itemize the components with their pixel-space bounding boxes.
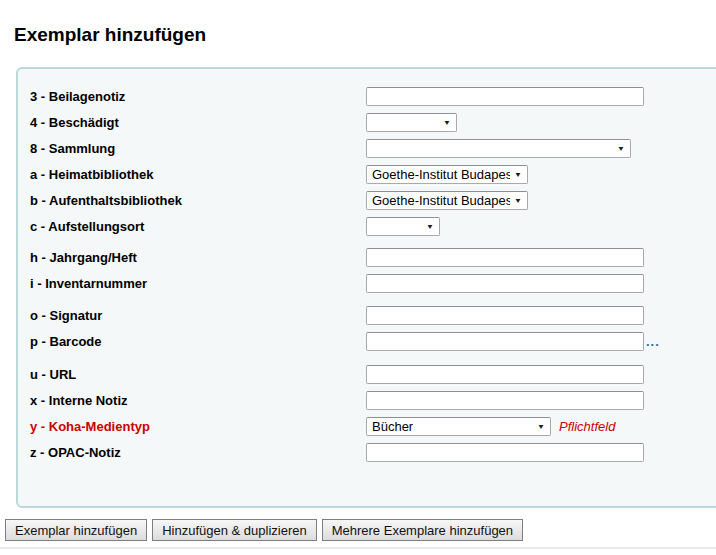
field-label: b - Aufenthaltsbibliothek: [30, 193, 366, 208]
field-label: o - Signatur: [30, 308, 366, 323]
opac-notiz-input[interactable]: [366, 443, 644, 462]
form-row-opac-notiz: z - OPAC-Notiz: [30, 443, 716, 462]
dropdown-arrow-icon: ▼: [426, 223, 434, 231]
koha-medientyp-select[interactable]: Bücher ▼: [366, 417, 551, 436]
field-label: 8 - Sammlung: [30, 141, 366, 156]
field-label: a - Heimatbibliothek: [30, 167, 366, 182]
add-item-button[interactable]: Exemplar hinzufügen: [5, 519, 147, 541]
dropdown-arrow-icon: ▼: [617, 145, 625, 153]
item-fields-fieldset: 3 - Beilagenotiz 4 - Beschädigt ▼ 8 - Sa…: [16, 67, 716, 508]
field-label: h - Jahrgang/Heft: [30, 250, 366, 265]
form-row-signatur: o - Signatur: [30, 306, 716, 325]
field-label: c - Aufstellungsort: [30, 219, 366, 234]
dropdown-arrow-icon: ▼: [514, 171, 522, 179]
form-row-beilagenotiz: 3 - Beilagenotiz: [30, 87, 716, 106]
form-row-aufenthaltsbibliothek: b - Aufenthaltsbibliothek Goethe-Institu…: [30, 191, 716, 210]
field-label: 3 - Beilagenotiz: [30, 89, 366, 104]
interne-notiz-input[interactable]: [366, 391, 644, 410]
aufstellungsort-select[interactable]: ▼: [366, 217, 440, 236]
sammlung-select[interactable]: ▼: [366, 139, 631, 158]
beilagenotiz-input[interactable]: [366, 87, 644, 106]
select-value: Goethe-Institut Budapest: [372, 167, 510, 182]
form-row-sammlung: 8 - Sammlung ▼: [30, 139, 716, 158]
url-input[interactable]: [366, 365, 644, 384]
aufenthaltsbibliothek-select[interactable]: Goethe-Institut Budapest ▼: [366, 191, 528, 210]
field-label: i - Inventarnummer: [30, 276, 366, 291]
field-label: p - Barcode: [30, 334, 366, 349]
form-row-koha-medientyp: y - Koha-Medientyp Bücher ▼ Pflichtfeld: [30, 417, 716, 436]
form-row-url: u - URL: [30, 365, 716, 384]
select-value: Goethe-Institut Budapest: [372, 193, 510, 208]
select-value: Bücher: [372, 419, 413, 434]
form-row-aufstellungsort: c - Aufstellungsort ▼: [30, 217, 716, 236]
barcode-plugin-link[interactable]: ...: [646, 334, 660, 349]
barcode-input[interactable]: [366, 332, 644, 351]
heimatbibliothek-select[interactable]: Goethe-Institut Budapest ▼: [366, 165, 528, 184]
add-and-duplicate-button[interactable]: Hinzufügen & duplizieren: [152, 519, 317, 541]
field-label: 4 - Beschädigt: [30, 115, 366, 130]
page-title: Exemplar hinzufügen: [14, 24, 716, 46]
field-label: x - Interne Notiz: [30, 393, 366, 408]
field-label: u - URL: [30, 367, 366, 382]
jahrgang-heft-input[interactable]: [366, 248, 644, 267]
dropdown-arrow-icon: ▼: [537, 423, 545, 431]
pflichtfeld-note: Pflichtfeld: [559, 419, 615, 434]
dropdown-arrow-icon: ▼: [514, 197, 522, 205]
form-row-jahrgang-heft: h - Jahrgang/Heft: [30, 248, 716, 267]
form-row-heimatbibliothek: a - Heimatbibliothek Goethe-Institut Bud…: [30, 165, 716, 184]
add-multiple-items-button[interactable]: Mehrere Exemplare hinzufügen: [322, 519, 523, 541]
dropdown-arrow-icon: ▼: [443, 119, 451, 127]
form-row-interne-notiz: x - Interne Notiz: [30, 391, 716, 410]
beschaedigt-select[interactable]: ▼: [366, 113, 457, 132]
page-divider: [0, 547, 716, 549]
inventarnummer-input[interactable]: [366, 274, 644, 293]
form-row-beschaedigt: 4 - Beschädigt ▼: [30, 113, 716, 132]
form-row-barcode: p - Barcode ...: [30, 332, 716, 351]
signatur-input[interactable]: [366, 306, 644, 325]
field-label-required: y - Koha-Medientyp: [30, 419, 366, 434]
form-row-inventarnummer: i - Inventarnummer: [30, 274, 716, 293]
field-label: z - OPAC-Notiz: [30, 445, 366, 460]
form-actions: Exemplar hinzufügen Hinzufügen & duplizi…: [5, 519, 716, 541]
